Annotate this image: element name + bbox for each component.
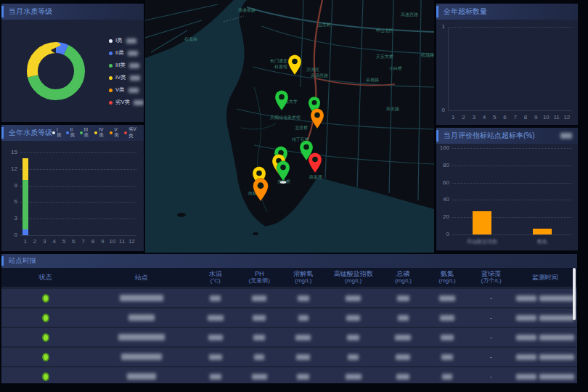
panel-year-quality: 全年水质等级 I类II类III类IV类V类劣V类 036912151234567… (1, 125, 144, 251)
table-scrollbar-thumb[interactable] (573, 268, 576, 320)
algae-value: - (490, 354, 492, 361)
legend-label: I类 (115, 37, 123, 44)
x-axis-tick: 8 (521, 115, 530, 121)
x-axis-tick: 6 (500, 115, 509, 121)
table-cell (89, 314, 193, 321)
column-label: 水温 (209, 270, 222, 277)
legend-item: 劣V类 (109, 99, 144, 106)
station-name-redacted (128, 314, 155, 321)
value-redacted (252, 374, 267, 380)
x-axis (448, 110, 572, 111)
legend-label: IV类 (99, 127, 105, 139)
datetime-redacted (516, 374, 536, 380)
table-cell (325, 315, 381, 321)
value-redacted (295, 335, 311, 340)
gridline (20, 169, 136, 170)
panel-station-table: 站点时报 状态站点水温(°C)PH(无量纲)溶解氧(mg/L)高锰酸盐指数(mg… (1, 254, 577, 383)
劣V类-dot (124, 131, 127, 134)
x-axis-tick: 11 (552, 115, 561, 121)
x-axis-tick: 2 (30, 239, 39, 245)
stacked-bar-IV类 (23, 158, 28, 180)
panel-title: 站点时报 (9, 256, 36, 266)
y-axis-tick: 0 (15, 232, 17, 238)
table-row[interactable]: - (1, 348, 577, 366)
table-header-row: 状态站点水温(°C)PH(无量纲)溶解氧(mg/L)高锰酸盐指数(mg/L)总磷… (1, 268, 577, 287)
y-axis-tick: 0 (439, 107, 445, 113)
x-axis-tick: 4 (50, 239, 59, 245)
legend-label: III类 (84, 127, 91, 139)
table-cell (425, 315, 470, 321)
value-redacted (440, 315, 454, 321)
column-label: PH (255, 270, 264, 277)
value-redacted (210, 374, 221, 380)
stacked-bar-III类 (23, 180, 28, 229)
table-row[interactable]: - (1, 328, 577, 346)
table-cell (381, 354, 425, 360)
x-axis-tick: 氨氮 (520, 239, 564, 245)
legend-value-redacted (128, 88, 139, 93)
value-redacted (441, 335, 454, 340)
y-axis-tick: 9 (15, 183, 17, 189)
x-axis-tick: 11 (118, 239, 126, 245)
map-place-label: 北亚桥 (295, 125, 308, 131)
column-unit: (°C) (210, 277, 220, 285)
map-place-label: 渔港南路 (238, 8, 256, 13)
gridline (20, 219, 136, 219)
table-row[interactable]: - (1, 289, 577, 307)
x-axis-tick: 1 (21, 239, 30, 245)
y-axis-tick: 12 (11, 166, 17, 172)
pin-halo (280, 181, 287, 184)
I类-dot (52, 131, 55, 134)
table-cell (381, 335, 425, 340)
legend-value-redacted (129, 63, 139, 68)
station-map[interactable]: 石龙岭渔港南路五星村滨湖区高速西路中山北区长门溪芝地科普馆高浪西路志南大学北亚桥… (145, 0, 434, 253)
map-place-label: 天阔绿道美术馆 (270, 115, 301, 121)
value-redacted (395, 335, 411, 340)
table-cell (282, 335, 326, 340)
table-cell (325, 295, 381, 301)
y-axis-tick: 60 (438, 180, 449, 186)
legend-label: V类 (114, 127, 120, 139)
dashboard: { "donut_panel": { "title": "当月水质等级", "l… (0, 0, 588, 392)
value-redacted (398, 315, 409, 321)
panel-year-exceed: 全年超标数量 01123456789101112 (436, 4, 578, 125)
x-axis-tick: 7 (79, 239, 88, 245)
datetime-redacted (539, 335, 574, 340)
value-redacted (441, 354, 453, 360)
table-cell (193, 295, 237, 301)
map-place-label: 中山北区 (376, 28, 393, 33)
table-row[interactable]: - (1, 367, 577, 383)
table-cell (282, 354, 326, 360)
y-axis-tick: 3 (15, 216, 17, 221)
table-cell (381, 374, 425, 380)
x-axis-tick: 3 (40, 239, 49, 245)
table-cell: - (469, 354, 513, 361)
legend-item: III类 (109, 62, 144, 69)
value-redacted (298, 295, 309, 301)
legend-item: I类 (52, 127, 62, 139)
table-header-cell-2: 水温(°C) (193, 270, 237, 285)
table-row[interactable]: - (1, 309, 577, 327)
algae-value: - (490, 373, 492, 380)
value-redacted (209, 354, 222, 360)
map-place-label: 石龙岭 (184, 36, 197, 42)
II类-dot (66, 131, 69, 134)
legend-value-redacted (134, 100, 144, 105)
pin-hole (280, 165, 286, 171)
table-cell (89, 373, 193, 380)
stacked-bar-II类 (23, 229, 28, 235)
table-cell (193, 335, 237, 340)
y-axis (448, 27, 449, 110)
pin-hole (314, 113, 320, 118)
legend-item: I类 (109, 37, 144, 44)
gridline (448, 27, 572, 28)
gridline (452, 148, 572, 149)
header-action-button[interactable] (560, 133, 572, 139)
datetime-redacted (539, 354, 574, 360)
column-label: 站点 (135, 274, 148, 281)
III类-dot (80, 131, 83, 134)
year-quality-chart: 03691215123456789101112 (1, 141, 144, 251)
gridline (20, 152, 136, 153)
map-place-label: 小白桥 (389, 66, 402, 71)
table-header-cell-3: PH(无量纲) (237, 270, 282, 285)
